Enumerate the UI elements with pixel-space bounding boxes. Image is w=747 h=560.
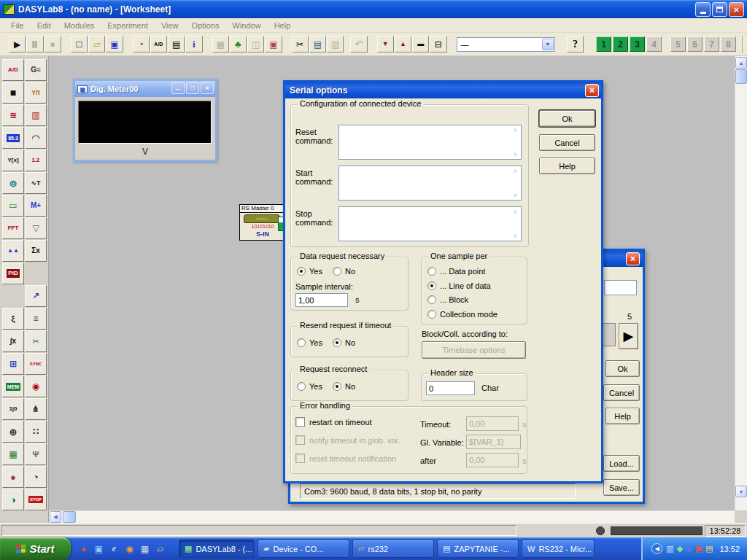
module-icon-list-display[interactable]: 1.2: [25, 149, 47, 171]
layer-button-5[interactable]: 5: [670, 36, 686, 52]
module-icon-digital-module[interactable]: 1|0: [2, 398, 24, 420]
module-icon-relay-module[interactable]: ▭: [2, 195, 24, 217]
device-cancel-button[interactable]: Cancel: [603, 384, 640, 401]
digital-meter-window[interactable]: ▦ Dig. Meter00 — □ × V: [73, 79, 217, 162]
module-icon-disc-module[interactable]: ◉: [25, 376, 47, 397]
module-icon-slider-module[interactable]: ▥: [25, 104, 47, 126]
menu-window[interactable]: Window: [226, 20, 268, 31]
documentation-button[interactable]: i: [185, 36, 202, 52]
module-icon-filter-module[interactable]: ▽: [25, 217, 47, 239]
module-icon-xy-chart[interactable]: Y[x]: [2, 149, 24, 171]
horizontal-scrollbar[interactable]: ◀: [49, 510, 735, 523]
timeout-input[interactable]: [466, 416, 519, 431]
module-icon-event-module[interactable]: ξ: [2, 308, 24, 330]
meter-minimize-button[interactable]: —: [171, 82, 185, 94]
layer-button-8[interactable]: 8: [721, 36, 736, 52]
timebase-button[interactable]: ◔: [133, 36, 150, 52]
device-help-button[interactable]: Help: [605, 408, 640, 424]
windows-app-icon[interactable]: ▣: [93, 543, 104, 554]
internet-explorer-icon[interactable]: e: [109, 543, 120, 554]
device-text-field[interactable]: [604, 280, 637, 295]
module-icon-multi-slider[interactable]: ≡: [25, 308, 47, 330]
cancel-button[interactable]: Cancel: [539, 134, 595, 151]
module-icon-math-module[interactable]: M+: [25, 195, 47, 217]
close-button[interactable]: ×: [729, 2, 744, 17]
pause-button[interactable]: ▌▌: [26, 36, 43, 52]
task-button-word[interactable]: WRS232 - Micr...: [522, 540, 595, 558]
module-icon-scatter-plot[interactable]: ∷: [25, 421, 47, 443]
resend-yes-radio[interactable]: Yes: [297, 338, 322, 347]
header-size-input[interactable]: [426, 381, 475, 395]
module-icon-sync-module[interactable]: SYNC: [25, 353, 47, 375]
scroll-down-icon[interactable]: ∨: [514, 151, 518, 158]
layer-button-2[interactable]: 2: [613, 36, 628, 52]
media-player-icon[interactable]: ◉: [124, 543, 135, 554]
function-bar-combo[interactable]: — ▼: [457, 37, 555, 52]
split-window-button[interactable]: ◫: [247, 36, 264, 52]
task-button-notepad[interactable]: ▤ZAPYTANIE -...: [437, 540, 519, 558]
one-sample-option-1[interactable]: ... Line of data: [427, 281, 491, 290]
tray-connection-icon[interactable]: ▣: [695, 544, 703, 553]
reconnect-yes-radio[interactable]: Yes: [297, 382, 322, 391]
horizontal-scroll-thumb[interactable]: [63, 511, 76, 523]
device-dialog-close-button[interactable]: ×: [626, 252, 640, 265]
start-measurement-button[interactable]: ▶: [9, 36, 26, 52]
device-arrow-button[interactable]: ▶: [619, 323, 638, 349]
minimize-modules-button[interactable]: ▬: [412, 36, 429, 52]
module-tree-button[interactable]: ♣: [230, 36, 247, 52]
copy-button[interactable]: ▤: [309, 36, 326, 52]
layer-button-1[interactable]: 1: [596, 36, 611, 52]
restore-button[interactable]: [712, 2, 727, 17]
module-icon-stopwatch-module[interactable]: ◔: [25, 466, 47, 488]
module-icon-integration-module[interactable]: ∫x: [2, 330, 24, 352]
ok-button[interactable]: Ok: [539, 110, 595, 127]
serial-dialog-close-button[interactable]: ×: [585, 84, 599, 97]
module-icon-trigger-module[interactable]: ∿T: [25, 172, 47, 194]
module-icon-stop-module[interactable]: STOP: [25, 489, 47, 510]
panel-button[interactable]: ⊟: [430, 36, 446, 52]
scroll-up-icon[interactable]: ∧: [514, 127, 518, 133]
one-sample-option-2[interactable]: ... Block: [427, 295, 468, 304]
module-icon-signal-generator[interactable]: G≈: [25, 59, 47, 81]
paste-button[interactable]: ▥: [327, 36, 344, 52]
scroll-down-icon[interactable]: ∨: [514, 192, 518, 198]
error-checkbox-2[interactable]: reset timeout notification: [295, 454, 396, 463]
data-request-yes-radio[interactable]: Yes: [297, 267, 322, 276]
module-icon-fft-module[interactable]: FFT: [2, 217, 24, 239]
one-sample-option-0[interactable]: ... Data point: [427, 267, 485, 276]
task-button-folder[interactable]: ▱rs232: [352, 540, 434, 558]
layout-view-button[interactable]: ▣: [265, 36, 282, 52]
vertical-scroll-thumb[interactable]: [735, 69, 747, 84]
stop-button[interactable]: ■: [44, 36, 61, 52]
module-icon-pie-chart-module[interactable]: ●: [2, 466, 24, 488]
scroll-up-icon[interactable]: ∧: [514, 168, 518, 174]
module-icon-demux-module[interactable]: ⋔: [25, 398, 47, 420]
help-button[interactable]: ?: [567, 36, 584, 52]
device-ok-button[interactable]: Ok: [605, 360, 640, 377]
tray-removal-icon[interactable]: ◆: [677, 544, 683, 553]
module-icon-analog-meter[interactable]: ◠: [25, 127, 47, 149]
stop-command-input[interactable]: ∧∨: [338, 206, 522, 241]
menu-view[interactable]: View: [155, 20, 185, 31]
scroll-left-button[interactable]: ◀: [50, 511, 61, 523]
cut-button[interactable]: ✂: [292, 36, 309, 52]
calculator-icon[interactable]: ▦: [139, 543, 150, 554]
module-icon-counter-module[interactable]: ⊞: [2, 353, 24, 375]
combo-dropdown-button[interactable]: ▼: [542, 39, 554, 50]
layer-button-6[interactable]: 6: [687, 36, 703, 52]
module-icon-lamp-module[interactable]: ⊚: [2, 172, 24, 194]
tray-antivirus-icon[interactable]: ◆: [686, 544, 692, 553]
device-save-button[interactable]: Save...: [603, 479, 640, 496]
menu-help[interactable]: Help: [268, 20, 298, 31]
minimize-button[interactable]: [695, 2, 711, 17]
after-input[interactable]: [466, 453, 519, 467]
tray-chevron-button[interactable]: ◀: [651, 543, 662, 554]
help-button[interactable]: Help: [539, 158, 595, 174]
module-icon-blackbox[interactable]: ■: [2, 82, 24, 104]
save-button[interactable]: ▣: [106, 36, 123, 52]
module-icon-statistics-module[interactable]: Σx: [25, 240, 47, 262]
menu-edit[interactable]: Edit: [31, 20, 58, 31]
error-checkbox-1[interactable]: notify timeout in glob. var.: [295, 435, 400, 445]
launcher-icon[interactable]: ●: [78, 543, 89, 554]
meter-close-button[interactable]: ×: [201, 82, 214, 94]
